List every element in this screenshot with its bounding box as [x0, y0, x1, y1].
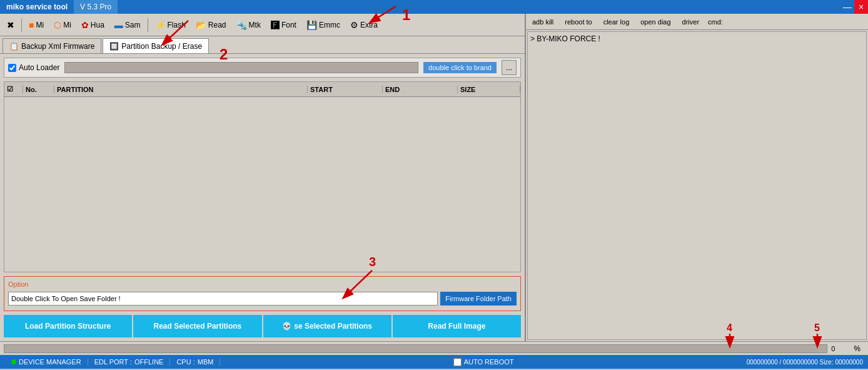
- font-icon: 🅵: [271, 20, 280, 30]
- auto-loader-label: Auto Loader: [19, 63, 59, 72]
- header-start: START: [308, 86, 383, 93]
- offline-label: OFFLINE: [134, 358, 163, 366]
- header-checkbox[interactable]: ☑: [4, 85, 23, 93]
- mtk-icon: 🔩: [236, 20, 247, 30]
- arrow-2: [144, 18, 194, 49]
- annotation-2: 2: [220, 46, 228, 63]
- settings-button[interactable]: ✖: [3, 16, 19, 34]
- extra-icon: ⚙: [350, 20, 358, 30]
- app-version: V 5.3 Pro: [74, 0, 118, 14]
- partition-table-header: ☑ No. PARTITION START END SIZE: [4, 82, 520, 97]
- read-full-btn[interactable]: Read Full Image: [393, 315, 521, 337]
- mtk-button[interactable]: 🔩 Mtk: [232, 16, 265, 34]
- main-layout: ✖ ■ Mi ⬡ Mi ✿ Hua ▬ Sam ⚡ Flash: [0, 14, 868, 341]
- partition-table-body[interactable]: [4, 97, 520, 272]
- load-partition-btn[interactable]: Load Partition Structure: [4, 315, 132, 337]
- content-area: Auto Loader double click to brand ... ☑ …: [0, 54, 525, 341]
- folder-path-input[interactable]: [8, 292, 438, 306]
- hua-button[interactable]: ✿ Hua: [77, 16, 109, 34]
- mi2-button[interactable]: ⬡ Mi: [49, 16, 76, 34]
- action-buttons: Load Partition Structure Read Selected P…: [4, 315, 521, 337]
- emmc-button[interactable]: 💾 Emmc: [302, 16, 345, 34]
- edl-port-label: EDL PORT :: [94, 358, 132, 366]
- mtk-label: Mtk: [249, 21, 261, 29]
- emmc-label: Emmc: [319, 21, 340, 29]
- auto-loader-checkbox-label[interactable]: Auto Loader: [8, 63, 59, 72]
- header-partition: PARTITION: [54, 86, 308, 93]
- svg-line-1: [163, 21, 188, 44]
- svg-line-0: [371, 6, 396, 22]
- tab-backup-xml[interactable]: 📋 Backup Xml Firmware: [3, 38, 101, 53]
- mi2-label: Mi: [63, 21, 71, 29]
- read-button[interactable]: 📂 Read: [191, 16, 231, 34]
- status-bar: DEVICE MANAGER EDL PORT : OFFLINE CPU : …: [0, 355, 868, 369]
- hua-label: Hua: [91, 21, 104, 29]
- left-panel: ✖ ■ Mi ⬡ Mi ✿ Hua ▬ Sam ⚡ Flash: [0, 14, 525, 341]
- mi-button[interactable]: ■ Mi: [24, 16, 48, 34]
- read-label: Read: [208, 21, 226, 29]
- open-diag-btn[interactable]: open diag: [638, 18, 673, 26]
- skull-icon: 💀: [282, 322, 291, 331]
- erase-label: se Selected Partitions: [294, 322, 372, 331]
- font-button[interactable]: 🅵 Font: [266, 16, 301, 34]
- hua-icon: ✿: [81, 20, 89, 30]
- right-panel: adb kill reboot to clear log open diag d…: [525, 14, 868, 341]
- option-section: Option Firmware Folder Path: [4, 276, 521, 311]
- arrow-1: [365, 3, 402, 28]
- auto-loader-row: Auto Loader double click to brand ...: [4, 58, 521, 78]
- auto-reboot-checkbox[interactable]: [453, 358, 462, 366]
- toolbar-separator: [21, 18, 22, 32]
- sam-icon: ▬: [114, 20, 123, 30]
- annotations-svg: 4 5: [689, 324, 868, 349]
- status-counter: 000000000 / 0000000000 Size: 00000000: [747, 359, 863, 366]
- log-toolbar: adb kill reboot to clear log open diag d…: [526, 14, 868, 30]
- status-device-manager: DEVICE MANAGER: [5, 358, 88, 366]
- partition-backup-icon: 🔲: [109, 42, 119, 51]
- erase-selected-btn[interactable]: 💀 se Selected Partitions: [263, 315, 391, 337]
- option-label: Option: [8, 280, 517, 288]
- log-content: > BY-MIKO FORCE !: [527, 31, 867, 340]
- svg-text:4: 4: [727, 324, 732, 333]
- backup-xml-icon: 📋: [9, 42, 19, 51]
- auto-reboot-section: AUTO REBOOT: [453, 358, 514, 366]
- header-end: END: [383, 86, 458, 93]
- browse-button[interactable]: ...: [502, 60, 517, 75]
- mi2-icon: ⬡: [54, 20, 61, 30]
- annotation-1: 1: [402, 6, 410, 24]
- backup-xml-label: Backup Xml Firmware: [21, 42, 94, 51]
- log-wrapper: > BY-MIKO FORCE !: [526, 30, 868, 341]
- svg-text:5: 5: [814, 324, 820, 333]
- adb-kill-btn[interactable]: adb kill: [530, 18, 556, 26]
- device-manager-label: DEVICE MANAGER: [19, 358, 81, 366]
- window-controls: — ×: [840, 0, 868, 14]
- driver-btn[interactable]: driver: [680, 18, 702, 26]
- reboot-to-btn[interactable]: reboot to: [562, 18, 594, 26]
- mbm-label: MBM: [198, 358, 214, 366]
- header-no: No.: [23, 86, 54, 93]
- cmd-label: cmd:: [708, 18, 723, 26]
- folder-row: Firmware Folder Path: [8, 290, 517, 307]
- auto-loader-checkbox[interactable]: [8, 64, 16, 72]
- status-cpu: CPU : MBM: [170, 358, 220, 366]
- auto-loader-progress: [64, 62, 418, 73]
- clear-log-btn[interactable]: clear log: [601, 18, 632, 26]
- status-dot: [11, 359, 16, 364]
- brand-button[interactable]: double click to brand: [423, 62, 497, 73]
- minimize-button[interactable]: —: [840, 0, 854, 14]
- font-label: Font: [281, 21, 296, 29]
- auto-reboot-label: AUTO REBOOT: [464, 358, 514, 366]
- sam-label: Sam: [125, 21, 141, 29]
- settings-icon: ✖: [7, 20, 14, 30]
- partition-table-container: ☑ No. PARTITION START END SIZE: [4, 81, 521, 272]
- progress-section: 0 % 4 5: [0, 341, 868, 355]
- cpu-label: CPU :: [176, 358, 194, 366]
- read-icon: 📂: [196, 20, 206, 30]
- mi-label: Mi: [36, 21, 44, 29]
- close-button[interactable]: ×: [854, 0, 868, 14]
- mi-icon: ■: [29, 20, 34, 30]
- read-selected-btn[interactable]: Read Selected Partitions: [133, 315, 261, 337]
- main-toolbar: ✖ ■ Mi ⬡ Mi ✿ Hua ▬ Sam ⚡ Flash: [0, 14, 525, 36]
- sam-button[interactable]: ▬ Sam: [110, 16, 145, 34]
- tab-bar: 📋 Backup Xml Firmware 🔲 Partition Backup…: [0, 36, 525, 54]
- firmware-folder-btn[interactable]: Firmware Folder Path: [440, 292, 517, 306]
